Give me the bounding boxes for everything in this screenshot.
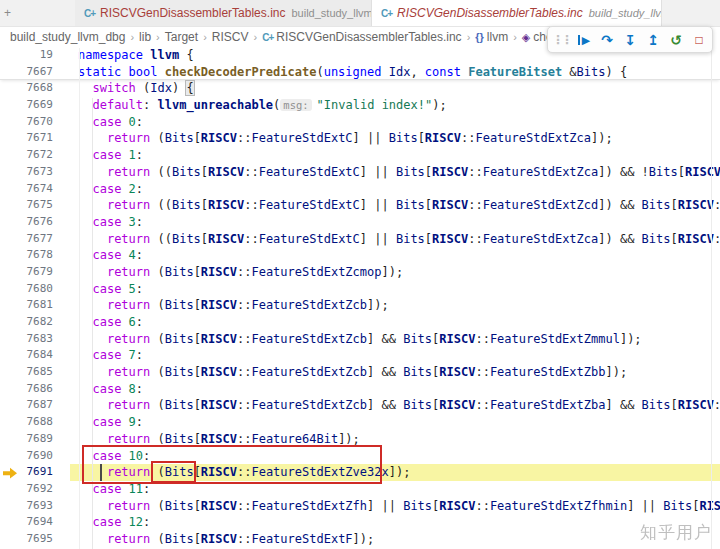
debug-current-line-arrow-icon <box>3 467 17 479</box>
braces-icon: {} <box>475 31 484 43</box>
line-number[interactable]: 7689 <box>0 431 70 448</box>
breadcrumb-item-RISCVGenDisassemblerTables.inc[interactable]: C+RISCVGenDisassemblerTables.inc <box>262 30 461 44</box>
line-number[interactable]: 7688 <box>0 414 70 431</box>
indent-guide <box>79 48 80 549</box>
breadcrumb-item-RISCV[interactable]: RISCV <box>212 30 249 44</box>
code-text[interactable]: case 8: <box>70 381 720 398</box>
line-number[interactable]: 7684 <box>0 347 70 364</box>
tab-bar: + C+ RISCVGenDisassemblerTables.inc buil… <box>0 0 720 27</box>
line-number[interactable]: 7670 <box>0 114 70 131</box>
code-line: 7693 return (Bits[RISCV::FeatureStdExtZf… <box>0 498 720 515</box>
code-text[interactable]: return ((Bits[RISCV::FeatureStdExtC] || … <box>70 164 720 181</box>
code-text[interactable]: return (Bits[RISCV::FeatureStdExtZcmop])… <box>70 264 720 281</box>
code-text[interactable]: return (Bits[RISCV::FeatureStdExtC] || B… <box>70 130 720 147</box>
step-over-button[interactable]: ↷ <box>597 29 617 51</box>
code-text[interactable]: case 3: <box>70 214 720 231</box>
step-out-button[interactable]: ↥ <box>643 29 663 51</box>
line-number[interactable]: 7679 <box>0 264 70 281</box>
line-number[interactable]: 7685 <box>0 364 70 381</box>
line-number[interactable]: 7673 <box>0 164 70 181</box>
code-text[interactable]: case 12: <box>70 514 720 531</box>
code-text[interactable]: case 5: <box>70 281 720 298</box>
code-line: 7683 return (Bits[RISCV::FeatureStdExtZc… <box>0 331 720 348</box>
line-number[interactable]: 7694 <box>0 514 70 531</box>
code-text[interactable]: return (Bits[RISCV::FeatureStdExtZcb] &&… <box>70 364 720 381</box>
code-line: 7686 case 8: <box>0 381 720 398</box>
line-number[interactable]: 7682 <box>0 314 70 331</box>
code-line: 7677 return ((Bits[RISCV::FeatureStdExtC… <box>0 231 720 248</box>
line-number[interactable]: 7686 <box>0 381 70 398</box>
line-number[interactable]: 19 <box>0 47 70 64</box>
line-number[interactable]: 7695 <box>0 531 70 548</box>
code-text[interactable]: case 2: <box>70 181 720 198</box>
code-text[interactable]: return (Bits[RISCV::FeatureStdExtZcb] &&… <box>70 397 720 414</box>
line-number[interactable]: 7681 <box>0 297 70 314</box>
line-number[interactable]: 7677 <box>0 231 70 248</box>
code-text[interactable]: switch (Idx) { <box>70 80 720 97</box>
code-text[interactable]: case 4: <box>70 247 720 264</box>
code-line: 7679 return (Bits[RISCV::FeatureStdExtZc… <box>0 264 720 281</box>
code-text[interactable]: return (Bits[RISCV::FeatureStdExtZcb] &&… <box>70 331 720 348</box>
breadcrumb-label: llvm <box>487 30 508 44</box>
watermark: 知乎用户 <box>640 521 712 544</box>
code-text[interactable]: return ((Bits[RISCV::FeatureStdExtC] || … <box>70 197 720 214</box>
line-number[interactable]: 7692 <box>0 481 70 498</box>
code-line: 7673 return ((Bits[RISCV::FeatureStdExtC… <box>0 164 720 181</box>
line-number[interactable]: 7680 <box>0 281 70 298</box>
tab-riscv-rel[interactable]: C+ RISCVGenDisassemblerTables.inc build_… <box>75 0 372 26</box>
line-number[interactable]: 7667 <box>0 64 70 80</box>
code-line: 7675 return ((Bits[RISCV::FeatureStdExtC… <box>0 197 720 214</box>
code-text[interactable]: case 0: <box>70 114 720 131</box>
cpp-file-icon: C+ <box>381 8 392 19</box>
line-number[interactable]: 7668 <box>0 80 70 97</box>
line-number[interactable]: 7693 <box>0 498 70 515</box>
code-text[interactable]: return (Bits[RISCV::FeatureStdExtZcb]); <box>70 297 720 314</box>
method-icon: ◈ <box>522 31 530 44</box>
breadcrumb-label: Target <box>165 30 198 44</box>
code-line: 7668 switch (Idx) { <box>0 80 720 97</box>
annotation-box-bits <box>151 461 196 483</box>
code-text[interactable]: return (Bits[RISCV::FeatureStdExtZfh] ||… <box>70 498 720 515</box>
tab-riscv-dbg[interactable]: C+ RISCVGenDisassemblerTables.inc build_… <box>372 0 662 26</box>
chevron-right-icon: › <box>203 31 207 43</box>
code-text[interactable]: static bool checkDecoderPredicate(unsign… <box>70 64 720 80</box>
tab-file-name: RISCVGenDisassemblerTables.inc <box>100 6 285 20</box>
code-line: 7670 case 0: <box>0 114 720 131</box>
code-line: 7672 case 1: <box>0 147 720 164</box>
line-number[interactable]: 7671 <box>0 130 70 147</box>
line-number[interactable]: 7690 <box>0 448 70 465</box>
step-into-button[interactable]: ↧ <box>620 29 640 51</box>
line-number[interactable]: 7674 <box>0 181 70 198</box>
code-text[interactable]: return (Bits[RISCV::FeatureStdExtF]); <box>70 531 720 548</box>
code-line: 7685 return (Bits[RISCV::FeatureStdExtZc… <box>0 364 720 381</box>
line-number[interactable]: 7683 <box>0 331 70 348</box>
code-line: 7694 case 12: <box>0 514 720 531</box>
tab-bar-left-edge: + <box>0 0 75 26</box>
stop-button[interactable]: □ <box>689 29 709 51</box>
code-text[interactable]: case 6: <box>70 314 720 331</box>
line-number[interactable]: 7687 <box>0 397 70 414</box>
code-text[interactable]: return ((Bits[RISCV::FeatureStdExtC] || … <box>70 231 720 248</box>
line-number[interactable]: 7676 <box>0 214 70 231</box>
code-line: 7695 return (Bits[RISCV::FeatureStdExtF]… <box>0 531 720 548</box>
code-text[interactable]: case 7: <box>70 347 720 364</box>
code-line: 7684 case 7: <box>0 347 720 364</box>
tab-file-path: build_study_llvm_rel/... <box>291 7 372 19</box>
chevron-right-icon: › <box>253 31 257 43</box>
code-text[interactable]: case 1: <box>70 147 720 164</box>
breadcrumb-item-build_study_llvm_dbg[interactable]: build_study_llvm_dbg <box>10 30 125 44</box>
drag-grip[interactable]: ⋮⋮ <box>551 29 571 51</box>
restart-button[interactable]: ↺ <box>666 29 686 51</box>
code-text[interactable]: default: llvm_unreachable(msg:"Invalid i… <box>70 97 720 114</box>
line-number[interactable]: 7678 <box>0 247 70 264</box>
line-number[interactable]: 7675 <box>0 197 70 214</box>
tab-file-path: build_study_llvm_dbg/... <box>589 7 662 19</box>
line-number[interactable]: 7691 <box>0 464 70 481</box>
breadcrumb-item-lib[interactable]: lib <box>139 30 151 44</box>
code-text[interactable]: case 9: <box>70 414 720 431</box>
line-number[interactable]: 7669 <box>0 97 70 114</box>
continue-button[interactable]: ▶ <box>574 29 594 51</box>
breadcrumb-item-Target[interactable]: Target <box>165 30 198 44</box>
line-number[interactable]: 7672 <box>0 147 70 164</box>
breadcrumb-item-llvm[interactable]: {}llvm <box>475 30 508 44</box>
